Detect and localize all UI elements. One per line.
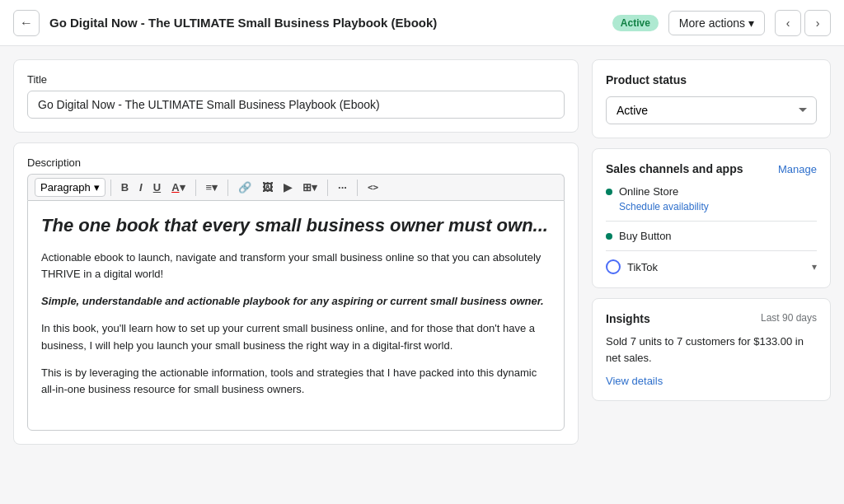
title-input[interactable] <box>27 91 565 119</box>
main-content: Title Description Paragraph ▾ B I U <box>0 46 844 504</box>
align-group: ≡ ▾ <box>201 178 223 197</box>
next-icon: › <box>816 16 820 30</box>
toolbar-divider-1 <box>110 180 111 196</box>
left-panel: Title Description Paragraph ▾ B I U <box>13 59 579 491</box>
description-card: Description Paragraph ▾ B I U A▾ <box>13 142 579 445</box>
navigation-arrows: ‹ › <box>775 10 831 36</box>
title-label: Title <box>27 73 565 86</box>
online-store-name: Online Store <box>619 185 678 198</box>
insights-card: Insights Last 90 days Sold 7 units to 7 … <box>592 298 831 401</box>
editor-paragraph-3: In this book, you'll learn how to set up… <box>41 320 551 355</box>
page-header: ← Go Digital Now - The ULTIMATE Small Bu… <box>0 0 844 46</box>
bold-button[interactable]: B <box>116 178 134 197</box>
channel-buy-button: Buy Button <box>606 230 817 242</box>
buy-button-status-dot <box>606 233 612 240</box>
editor-toolbar: Paragraph ▾ B I U A▾ ≡ ▾ <box>27 174 565 200</box>
dropdown-icon: ▾ <box>748 16 754 30</box>
paragraph-style-select[interactable]: Paragraph ▾ <box>35 178 106 197</box>
product-status-title: Product status <box>606 73 817 86</box>
insights-title: Insights <box>606 312 650 325</box>
tiktok-chevron-icon: ▾ <box>812 261 817 273</box>
tiktok-name: TikTok <box>627 261 805 273</box>
paragraph-dropdown-icon: ▾ <box>94 181 100 194</box>
schedule-availability-link[interactable]: Schedule availability <box>619 201 817 212</box>
toolbar-divider-4 <box>327 180 328 196</box>
more-formatting-button[interactable]: ··· <box>333 178 352 197</box>
online-store-status-dot <box>606 189 612 195</box>
insert-group: 🔗 🖼 ▶ ⊞ ▾ <box>233 178 322 197</box>
sales-channels-header: Sales channels and apps Manage <box>606 162 817 175</box>
sales-channels-card: Sales channels and apps Manage Online St… <box>592 148 831 288</box>
image-button[interactable]: 🖼 <box>257 178 278 197</box>
manage-link[interactable]: Manage <box>778 163 817 175</box>
back-button[interactable]: ← <box>13 10 40 36</box>
title-card: Title <box>13 59 579 133</box>
editor-heading: The one book that every small business o… <box>41 214 551 238</box>
channel-online-store: Online Store <box>606 185 817 198</box>
video-button[interactable]: ▶ <box>279 178 297 197</box>
channel-tiktok[interactable]: TikTok ▾ <box>606 259 817 274</box>
prev-icon: ‹ <box>786 16 790 30</box>
product-status-select[interactable]: Active Draft Archived <box>606 96 817 124</box>
description-label: Description <box>27 156 565 169</box>
right-panel: Product status Active Draft Archived Sal… <box>592 59 831 491</box>
next-button[interactable]: › <box>804 10 831 36</box>
italic-button[interactable]: I <box>134 178 148 197</box>
status-badge: Active <box>612 15 659 31</box>
more-actions-label: More actions <box>679 16 745 30</box>
prev-button[interactable]: ‹ <box>775 10 801 36</box>
table-button[interactable]: ⊞ ▾ <box>298 178 322 197</box>
back-icon: ← <box>20 16 33 30</box>
toolbar-divider-2 <box>195 180 196 196</box>
view-details-link[interactable]: View details <box>606 375 663 387</box>
editor-paragraph-2: Simple, understandable and actionable pl… <box>41 293 551 310</box>
underline-button[interactable]: U <box>148 178 166 197</box>
editor-paragraph-4: This is by leveraging the actionable inf… <box>41 365 551 399</box>
paragraph-label: Paragraph <box>40 181 91 194</box>
channel-divider-2 <box>606 250 817 251</box>
link-button[interactable]: 🔗 <box>233 178 256 197</box>
buy-button-name: Buy Button <box>619 230 672 242</box>
font-color-button[interactable]: A▾ <box>166 178 190 197</box>
toolbar-divider-5 <box>357 180 358 196</box>
editor-paragraph-1: Actionable ebook to launch, navigate and… <box>41 250 551 284</box>
more-actions-button[interactable]: More actions ▾ <box>668 11 765 35</box>
toolbar-divider-3 <box>227 180 228 196</box>
align-button[interactable]: ≡ ▾ <box>201 178 223 197</box>
paragraph-group: Paragraph ▾ <box>35 178 106 197</box>
insights-period: Last 90 days <box>761 312 817 324</box>
insights-header: Insights Last 90 days <box>606 312 817 325</box>
html-button[interactable]: <> <box>363 179 383 196</box>
tiktok-status-indicator <box>606 259 621 274</box>
page-title: Go Digital Now - The ULTIMATE Small Busi… <box>49 16 603 30</box>
product-status-card: Product status Active Draft Archived <box>592 59 831 138</box>
editor-content[interactable]: The one book that every small business o… <box>27 200 565 431</box>
insights-text: Sold 7 units to 7 customers for $133.00 … <box>606 334 817 366</box>
sales-channels-title: Sales channels and apps <box>606 162 743 175</box>
channel-divider-1 <box>606 221 817 222</box>
format-group: B I U A▾ <box>116 178 190 197</box>
